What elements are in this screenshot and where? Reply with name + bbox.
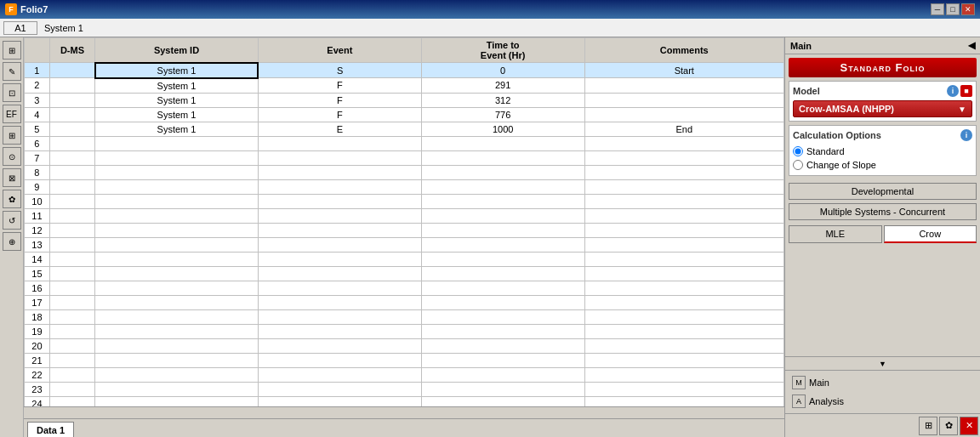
event-cell[interactable] [258, 208, 421, 223]
time-cell[interactable] [421, 396, 584, 406]
dms-cell[interactable] [49, 179, 94, 194]
time-cell[interactable] [421, 324, 584, 338]
toolbar-btn-10[interactable]: ⊕ [3, 232, 21, 251]
time-cell[interactable] [421, 223, 584, 237]
event-cell[interactable]: S [258, 63, 421, 78]
event-cell[interactable] [258, 266, 421, 281]
toolbar-btn-8[interactable]: ✿ [3, 190, 21, 208]
system-id-cell[interactable]: System 1 [95, 107, 259, 122]
comments-cell[interactable] [584, 396, 783, 406]
time-cell[interactable] [421, 309, 584, 324]
time-cell[interactable]: 312 [421, 93, 584, 107]
nav-item-main[interactable]: M Main [789, 374, 977, 391]
system-id-cell[interactable] [95, 309, 259, 324]
system-id-cell[interactable] [95, 295, 259, 309]
event-cell[interactable] [258, 295, 421, 309]
system-id-cell[interactable] [95, 194, 259, 208]
time-cell[interactable] [421, 367, 584, 382]
comments-cell[interactable]: End [584, 122, 783, 136]
dms-cell[interactable] [49, 367, 94, 382]
close-button[interactable]: ✕ [961, 3, 975, 15]
collapse-button[interactable]: ◀ [968, 40, 975, 51]
model-red-icon[interactable]: ■ [960, 85, 972, 97]
model-info-icon[interactable]: i [947, 85, 959, 97]
toolbar-btn-7[interactable]: ⊠ [3, 168, 21, 187]
dms-cell[interactable] [49, 78, 94, 94]
event-cell[interactable] [258, 150, 421, 165]
event-cell[interactable] [258, 309, 421, 324]
system-id-cell[interactable] [95, 208, 259, 223]
dms-cell[interactable] [49, 281, 94, 295]
event-cell[interactable] [258, 165, 421, 179]
system-id-cell[interactable]: System 1 [95, 78, 259, 94]
system-id-cell[interactable] [95, 338, 259, 353]
comments-cell[interactable] [584, 353, 783, 367]
time-cell[interactable] [421, 136, 584, 150]
dms-cell[interactable] [49, 382, 94, 396]
comments-cell[interactable] [584, 338, 783, 353]
time-cell[interactable] [421, 281, 584, 295]
comments-cell[interactable] [584, 223, 783, 237]
comments-cell[interactable] [584, 252, 783, 266]
event-cell[interactable] [258, 367, 421, 382]
rp-toolbar-icon-1[interactable]: ⊞ [919, 417, 937, 435]
system-id-cell[interactable] [95, 396, 259, 406]
dms-cell[interactable] [49, 309, 94, 324]
comments-cell[interactable] [584, 382, 783, 396]
time-cell[interactable] [421, 338, 584, 353]
maximize-button[interactable]: □ [946, 3, 960, 15]
event-cell[interactable] [258, 396, 421, 406]
time-cell[interactable] [421, 165, 584, 179]
system-id-cell[interactable] [95, 252, 259, 266]
dms-cell[interactable] [49, 396, 94, 406]
horizontal-scrollbar[interactable] [24, 406, 784, 418]
time-cell[interactable]: 291 [421, 78, 584, 94]
system-id-cell[interactable] [95, 281, 259, 295]
toolbar-btn-4[interactable]: EF [3, 105, 21, 123]
event-cell[interactable]: F [258, 107, 421, 122]
dms-cell[interactable] [49, 165, 94, 179]
dms-cell[interactable] [49, 223, 94, 237]
multiple-systems-button[interactable]: Multiple Systems - Concurrent [789, 203, 977, 220]
dms-cell[interactable] [49, 237, 94, 252]
rp-toolbar-icon-close[interactable]: ✕ [960, 417, 978, 435]
toolbar-btn-6[interactable]: ⊙ [3, 147, 21, 166]
comments-cell[interactable] [584, 78, 783, 94]
event-cell[interactable] [258, 324, 421, 338]
event-cell[interactable] [258, 237, 421, 252]
time-cell[interactable] [421, 179, 584, 194]
model-dropdown[interactable]: Crow-AMSAA (NHPP) ▼ [793, 100, 972, 117]
system-id-cell[interactable]: System 1 [95, 63, 259, 78]
comments-cell[interactable] [584, 165, 783, 179]
toolbar-btn-5[interactable]: ⊞ [3, 126, 21, 145]
system-id-cell[interactable] [95, 150, 259, 165]
event-cell[interactable]: F [258, 93, 421, 107]
dms-cell[interactable] [49, 150, 94, 165]
comments-cell[interactable] [584, 281, 783, 295]
dms-cell[interactable] [49, 194, 94, 208]
dms-cell[interactable] [49, 122, 94, 136]
nav-item-analysis[interactable]: A Analysis [789, 393, 977, 410]
comments-cell[interactable]: Start [584, 63, 783, 78]
comments-cell[interactable] [584, 295, 783, 309]
system-id-cell[interactable] [95, 353, 259, 367]
time-cell[interactable]: 1000 [421, 122, 584, 136]
system-id-cell[interactable]: System 1 [95, 93, 259, 107]
dms-cell[interactable] [49, 252, 94, 266]
comments-cell[interactable] [584, 237, 783, 252]
dms-cell[interactable] [49, 63, 94, 78]
time-cell[interactable] [421, 382, 584, 396]
event-cell[interactable] [258, 194, 421, 208]
time-cell[interactable] [421, 295, 584, 309]
dms-cell[interactable] [49, 353, 94, 367]
system-id-cell[interactable] [95, 136, 259, 150]
event-cell[interactable]: E [258, 122, 421, 136]
event-cell[interactable] [258, 136, 421, 150]
time-cell[interactable] [421, 252, 584, 266]
dms-cell[interactable] [49, 208, 94, 223]
mle-button[interactable]: MLE [789, 225, 882, 243]
data-table-container[interactable]: D-MS System ID Event Time toEvent (Hr) C… [24, 37, 784, 406]
dms-cell[interactable] [49, 324, 94, 338]
dms-cell[interactable] [49, 93, 94, 107]
time-cell[interactable] [421, 237, 584, 252]
